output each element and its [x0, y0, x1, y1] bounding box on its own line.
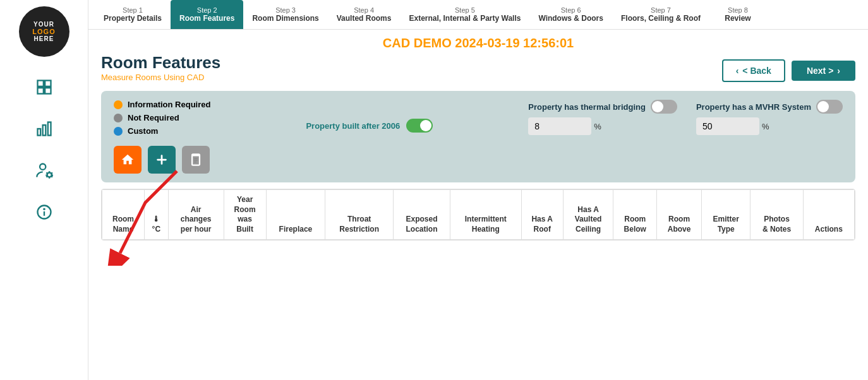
mvhr-label: Property has a MVHR System	[696, 102, 811, 112]
next-chevron-icon: ›	[837, 66, 840, 76]
col-exposed-location: ExposedLocation	[394, 190, 450, 240]
col-throat-restriction: ThroatRestriction	[325, 190, 394, 240]
right-panel: Property has thermal bridging % Property…	[528, 100, 843, 135]
svg-rect-5	[42, 125, 45, 135]
mvhr-input-row: %	[696, 117, 843, 135]
svg-rect-4	[37, 129, 40, 136]
add-icon	[155, 153, 169, 167]
logo: YOUR LOGO HERE	[19, 6, 69, 57]
page-title-row: Room Features Measure Rooms Using CAD ‹ …	[101, 53, 855, 88]
col-photos-notes: Photos& Notes	[750, 190, 803, 240]
step-4[interactable]: Step 4 Vaulted Rooms	[328, 0, 401, 29]
col-has-vaulted-ceiling: Has AVaultedCeiling	[563, 190, 613, 240]
property-built-toggle[interactable]	[406, 119, 433, 133]
step-6[interactable]: Step 6 Windows & Doors	[529, 0, 612, 29]
dot-blue	[114, 127, 123, 136]
property-built-section: Property built after 2006	[223, 100, 515, 133]
mvhr-block: Property has a MVHR System %	[696, 100, 843, 135]
step-7[interactable]: Step 7 Floors, Ceiling & Roof	[612, 0, 709, 29]
legend-section: Information Required Not Required Custom	[114, 100, 210, 174]
info-panel-inner: Information Required Not Required Custom	[114, 100, 843, 174]
legend-not-required-label: Not Required	[128, 113, 179, 122]
page-title: Room Features	[101, 53, 220, 73]
legend-required-label: Information Required	[128, 100, 210, 109]
page-subtitle: Measure Rooms Using CAD	[101, 73, 220, 82]
thermal-bridging-toggle[interactable]	[651, 100, 677, 114]
col-intermittent-heating: IntermittentHeating	[450, 190, 521, 240]
thermal-bridging-input[interactable]	[528, 117, 591, 135]
home-button[interactable]	[114, 146, 142, 174]
content-area: Room Features Measure Rooms Using CAD ‹ …	[88, 53, 868, 380]
step-5[interactable]: Step 5 External, Internal & Party Walls	[400, 0, 529, 29]
legend-item-custom: Custom	[114, 126, 210, 136]
thermal-bridging-unit: %	[594, 122, 601, 131]
col-temperature: 🌡°C	[144, 190, 168, 240]
sidebar-icon-layout[interactable]	[33, 76, 56, 98]
svg-rect-1	[45, 81, 51, 86]
rooms-table: RoomName 🌡°C Airchangesper hour YearRoom…	[102, 189, 855, 240]
col-room-above: RoomAbove	[657, 190, 702, 240]
navigation-buttons: ‹ < Back Next > ›	[722, 59, 855, 82]
logo-line1: YOUR	[33, 21, 54, 28]
back-chevron-icon: ‹	[736, 66, 739, 76]
col-air-changes: Airchangesper hour	[168, 190, 224, 240]
mvhr-unit: %	[762, 122, 769, 131]
logo-line3: HERE	[34, 35, 54, 42]
step-2[interactable]: Step 2 Room Features	[171, 0, 243, 29]
svg-rect-0	[37, 81, 43, 86]
sidebar-icon-info[interactable]	[33, 201, 56, 223]
svg-point-8	[47, 173, 51, 177]
col-has-roof: Has ARoof	[521, 190, 563, 240]
page-title-section: Room Features Measure Rooms Using CAD	[101, 53, 220, 88]
mvhr-toggle-row: Property has a MVHR System	[696, 100, 843, 114]
legend-item-required: Information Required	[114, 100, 210, 109]
legend-custom-label: Custom	[128, 126, 158, 136]
property-built-label: Property built after 2006	[306, 121, 400, 131]
svg-point-7	[40, 164, 45, 170]
dot-orange	[114, 100, 123, 109]
add-button[interactable]	[148, 146, 176, 174]
sidebar: YOUR LOGO HERE	[0, 0, 88, 380]
thermal-bridging-block: Property has thermal bridging %	[528, 100, 677, 135]
home-icon	[121, 153, 135, 167]
thermal-bridging-label: Property has thermal bridging	[528, 102, 646, 112]
action-icons	[114, 146, 210, 174]
mvhr-input[interactable]	[696, 117, 759, 135]
col-room-name: RoomName	[102, 190, 145, 240]
col-year-built: YearRoomwasBuilt	[224, 190, 266, 240]
thermal-bridging-input-row: %	[528, 117, 677, 135]
logo-line2: LOGO	[32, 28, 55, 35]
back-button[interactable]: ‹ < Back	[722, 59, 785, 82]
thermal-bridging-toggle-row: Property has thermal bridging	[528, 100, 677, 114]
clipboard-icon	[189, 153, 203, 167]
demo-title: CAD DEMO 2024-03-19 12:56:01	[88, 30, 868, 53]
next-button[interactable]: Next > ›	[792, 61, 855, 81]
col-fireplace: Fireplace	[266, 190, 325, 240]
rooms-table-wrapper: RoomName 🌡°C Airchangesper hour YearRoom…	[101, 189, 855, 240]
sidebar-icon-user-settings[interactable]	[33, 159, 56, 182]
svg-rect-3	[45, 88, 51, 93]
col-actions: Actions	[803, 190, 854, 240]
step-1[interactable]: Step 1 Property Details	[95, 0, 171, 29]
info-panel: Information Required Not Required Custom	[101, 91, 855, 182]
step-8[interactable]: Step 8 Review	[709, 0, 766, 29]
mvhr-toggle[interactable]	[816, 100, 843, 114]
clipboard-button[interactable]	[182, 146, 210, 174]
table-header-row: RoomName 🌡°C Airchangesper hour YearRoom…	[102, 190, 855, 240]
col-emitter-type: EmitterType	[702, 190, 750, 240]
sidebar-icon-chart[interactable]	[33, 117, 56, 140]
svg-rect-2	[37, 88, 43, 93]
col-room-below: RoomBelow	[613, 190, 657, 240]
svg-rect-6	[47, 122, 51, 136]
dot-gray	[114, 114, 123, 122]
legend-item-not-required: Not Required	[114, 113, 210, 122]
stepper: Step 1 Property Details Step 2 Room Feat…	[88, 0, 868, 30]
main-content: Step 1 Property Details Step 2 Room Feat…	[88, 0, 868, 380]
step-3[interactable]: Step 3 Room Dimensions	[243, 0, 327, 29]
